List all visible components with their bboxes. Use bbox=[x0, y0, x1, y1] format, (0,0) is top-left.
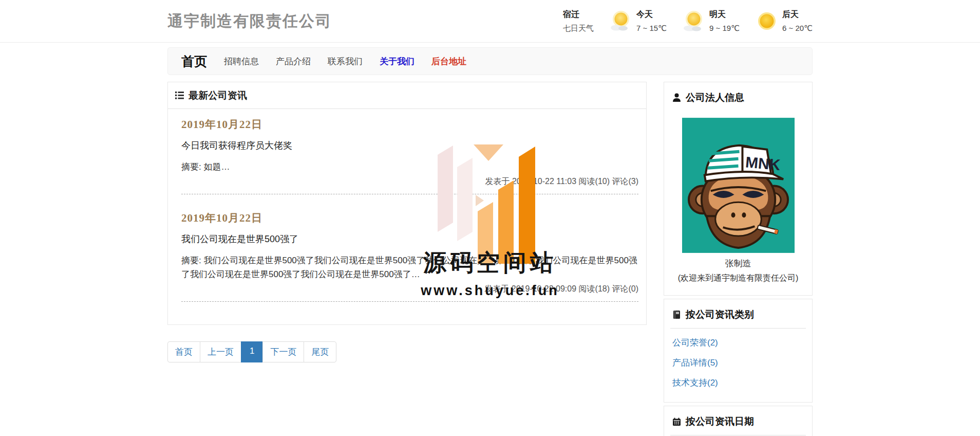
nav-item-jobs[interactable]: 招聘信息 bbox=[224, 56, 259, 67]
pagination-last[interactable]: 尾页 bbox=[304, 341, 336, 362]
news-card: 最新公司资讯 2019年10月22日 今日我司获得程序员大佬奖 摘要: 如题… … bbox=[167, 82, 647, 325]
weather-day-temp: 6 ~ 20℃ bbox=[782, 24, 813, 33]
nav-item-contact[interactable]: 联系我们 bbox=[328, 56, 363, 67]
news-date: 2019年10月22日 bbox=[181, 211, 638, 225]
legal-person-title: 公司法人信息 bbox=[686, 91, 744, 104]
pagination-prev[interactable]: 上一页 bbox=[200, 341, 241, 362]
weather-day-temp: 7 ~ 15℃ bbox=[636, 24, 667, 33]
sun-cloud-icon bbox=[682, 9, 706, 33]
archive-box-title: 按公司资讯日期 bbox=[686, 415, 754, 428]
weather-day-after-tomorrow[interactable]: 后天 6 ~ 20℃ bbox=[755, 9, 813, 33]
news-title-link[interactable]: 我们公司现在是世界500强了 bbox=[181, 233, 638, 245]
weather-day-temp: 9 ~ 19℃ bbox=[709, 24, 740, 33]
news-date: 2019年10月22日 bbox=[181, 117, 638, 132]
legal-person-name: 张制造 bbox=[672, 258, 804, 269]
category-box: 按公司资讯类别 公司荣誉(2) 产品详情(5) 技术支持(2) bbox=[664, 299, 813, 403]
category-link-product[interactable]: 产品详情(5) bbox=[664, 353, 812, 373]
pagination-first[interactable]: 首页 bbox=[167, 341, 200, 362]
category-link-honor[interactable]: 公司荣誉(2) bbox=[664, 333, 812, 353]
nav-item-about[interactable]: 关于我们 bbox=[380, 56, 414, 67]
monkey-avatar-illustration: MNK bbox=[682, 118, 795, 253]
news-section-title: 最新公司资讯 bbox=[189, 89, 247, 102]
category-link-support[interactable]: 技术支持(2) bbox=[664, 373, 812, 393]
legal-person-welcome: (欢迎来到通宇制造有限责任公司) bbox=[672, 273, 804, 284]
legal-person-avatar: MNK bbox=[682, 118, 795, 253]
site-header-bar: 通宇制造有限责任公司 宿迁 七日天气 bbox=[0, 0, 980, 43]
news-item: 2019年10月22日 我们公司现在是世界500强了 摘要: 我们公司现在是世界… bbox=[168, 194, 646, 295]
news-meta: 发表于 2019-10-22 09:09 阅读(18) 评论(0) bbox=[181, 284, 638, 295]
pagination-next[interactable]: 下一页 bbox=[262, 341, 304, 362]
weather-day-label: 明天 bbox=[709, 9, 740, 20]
weather-widget: 宿迁 七日天气 bbox=[563, 9, 813, 33]
weather-city-block[interactable]: 宿迁 七日天气 bbox=[563, 9, 594, 33]
book-icon bbox=[672, 310, 681, 319]
sidebar: 公司法人信息 bbox=[664, 82, 813, 436]
main-nav: 首页 招聘信息 产品介绍 联系我们 关于我们 后台地址 bbox=[167, 47, 813, 75]
nav-item-home[interactable]: 首页 bbox=[181, 53, 207, 70]
weather-day-label: 今天 bbox=[636, 9, 667, 20]
nav-item-admin[interactable]: 后台地址 bbox=[431, 56, 466, 67]
sun-cloud-icon bbox=[609, 9, 633, 33]
weather-day-label: 后天 bbox=[782, 9, 813, 20]
pagination: 首页 上一页 1 下一页 尾页 bbox=[167, 341, 336, 362]
company-logo-title[interactable]: 通宇制造有限责任公司 bbox=[167, 11, 332, 32]
pagination-page-1[interactable]: 1 bbox=[241, 341, 263, 362]
news-item: 2019年10月22日 今日我司获得程序员大佬奖 摘要: 如题… 发表于 201… bbox=[168, 109, 646, 187]
legal-person-box: 公司法人信息 bbox=[664, 82, 813, 296]
person-icon bbox=[672, 93, 681, 102]
monkey-cap-text: MNK bbox=[744, 153, 781, 173]
news-summary: 摘要: 我们公司现在是世界500强了我们公司现在是世界500强了我们公司现在是世… bbox=[181, 254, 638, 281]
weather-city-name: 宿迁 bbox=[563, 9, 594, 20]
weather-day-today[interactable]: 今天 7 ~ 15℃ bbox=[609, 9, 667, 33]
news-summary: 摘要: 如题… bbox=[181, 160, 638, 174]
weather-day-tomorrow[interactable]: 明天 9 ~ 19℃ bbox=[682, 9, 740, 33]
calendar-icon bbox=[672, 417, 681, 426]
archive-box: 按公司资讯日期 2019-10(9) bbox=[664, 406, 813, 436]
dashed-divider bbox=[181, 301, 638, 302]
weather-city-note: 七日天气 bbox=[563, 24, 594, 33]
category-box-title: 按公司资讯类别 bbox=[686, 308, 754, 321]
nav-item-products[interactable]: 产品介绍 bbox=[276, 56, 311, 67]
news-meta: 发表于 2019-10-22 11:03 阅读(10) 评论(3) bbox=[181, 176, 638, 187]
sun-icon bbox=[755, 9, 779, 33]
news-title-link[interactable]: 今日我司获得程序员大佬奖 bbox=[181, 139, 638, 152]
list-icon bbox=[175, 92, 184, 99]
